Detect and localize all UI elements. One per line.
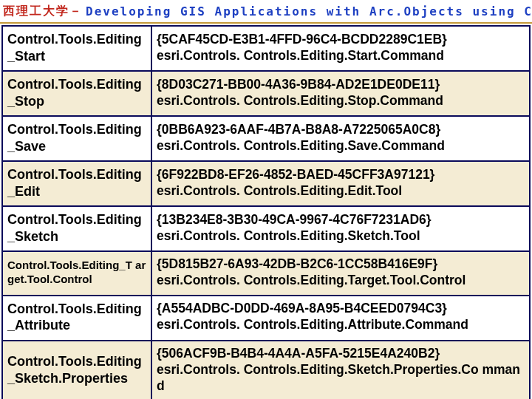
command-value: {8D03C271-BB00-4A36-9B84-AD2E1DE0DE11}es… xyxy=(151,71,530,116)
command-guid: {5CAF45CD-E3B1-4FFD-96C4-BCDD2289C1EB} xyxy=(157,32,526,48)
command-guid: {13B234E8-3B30-49CA-9967-4C76F7231AD6} xyxy=(157,212,526,228)
command-class: esri.Controls. Controls.Editing.Stop.Com… xyxy=(157,93,526,109)
header-en: Developing GIS Applications with Arc.Obj… xyxy=(86,4,532,18)
command-value: {A554ADBC-D0DD-469A-8A95-B4CEED0794C3}es… xyxy=(151,296,530,341)
command-class: esri.Controls. Controls.Editing.Edit.Too… xyxy=(157,183,526,200)
commands-table: Control.Tools.Editing _Start{5CAF45CD-E3… xyxy=(1,25,531,399)
command-guid: {A554ADBC-D0DD-469A-8A95-B4CEED0794C3} xyxy=(157,301,526,317)
command-name: Control.Tools.Editing _Sketch.Properties xyxy=(2,341,151,399)
command-value: {13B234E8-3B30-49CA-9967-4C76F7231AD6}es… xyxy=(151,206,530,251)
command-value: {506ACF9B-B4B4-4A4A-A5FA-5215E4A240B2}es… xyxy=(151,341,530,399)
command-guid: {506ACF9B-B4B4-4A4A-A5FA-5215E4A240B2} xyxy=(157,346,526,362)
table-row: Control.Tools.Editing _Start{5CAF45CD-E3… xyxy=(2,26,530,71)
command-guid: {5D815B27-6A93-42DB-B2C6-1CC58B416E9F} xyxy=(157,256,526,273)
command-value: {6F922BD8-EF26-4852-BAED-45CFF3A97121}es… xyxy=(151,161,530,206)
command-value: {5CAF45CD-E3B1-4FFD-96C4-BCDD2289C1EB}es… xyxy=(151,26,530,71)
table-container: Control.Tools.Editing _Start{5CAF45CD-E3… xyxy=(0,24,532,399)
command-class: esri.Controls. Controls.Editing.Target.T… xyxy=(157,273,526,289)
table-row: Control.Tools.Editing_T arget.Tool.Contr… xyxy=(2,251,530,296)
command-class: esri.Controls. Controls.Editing.Sketch.P… xyxy=(157,362,526,395)
table-row: Control.Tools.Editing _Edit{6F922BD8-EF2… xyxy=(2,161,530,206)
command-class: esri.Controls. Controls.Editing.Attribut… xyxy=(157,317,526,333)
command-name: Control.Tools.Editing _Start xyxy=(2,26,151,71)
command-value: {5D815B27-6A93-42DB-B2C6-1CC58B416E9F}es… xyxy=(151,251,530,296)
table-row: Control.Tools.Editing _Sketch.Properties… xyxy=(2,341,530,399)
table-row: Control.Tools.Editing _Stop{8D03C271-BB0… xyxy=(2,71,530,116)
command-class: esri.Controls. Controls.Editing.Sketch.T… xyxy=(157,228,526,245)
header-cn: 西理工大学 xyxy=(3,4,69,19)
command-name: Control.Tools.Editing _Save xyxy=(2,116,151,161)
command-guid: {8D03C271-BB00-4A36-9B84-AD2E1DE0DE11} xyxy=(157,77,526,93)
command-guid: {6F922BD8-EF26-4852-BAED-45CFF3A97121} xyxy=(157,167,526,183)
command-name: Control.Tools.Editing _Sketch xyxy=(2,206,151,251)
command-class: esri.Controls. Controls.Editing.Save.Com… xyxy=(157,138,526,154)
command-class: esri.Controls. Controls.Editing.Start.Co… xyxy=(157,48,526,64)
command-name: Control.Tools.Editing _Attribute xyxy=(2,296,151,341)
table-row: Control.Tools.Editing _Attribute{A554ADB… xyxy=(2,296,530,341)
table-row: Control.Tools.Editing _Sketch{13B234E8-3… xyxy=(2,206,530,251)
command-name: Control.Tools.Editing _Edit xyxy=(2,161,151,206)
table-row: Control.Tools.Editing _Save{0BB6A923-6AA… xyxy=(2,116,530,161)
command-value: {0BB6A923-6AAF-4B7A-B8A8-A7225065A0C8}es… xyxy=(151,116,530,161)
command-guid: {0BB6A923-6AAF-4B7A-B8A8-A7225065A0C8} xyxy=(157,122,526,138)
command-name: Control.Tools.Editing_T arget.Tool.Contr… xyxy=(2,251,151,296)
page-header: 西理工大学 － Developing GIS Applications with… xyxy=(0,0,532,24)
header-sep: － xyxy=(69,4,83,19)
command-name: Control.Tools.Editing _Stop xyxy=(2,71,151,116)
